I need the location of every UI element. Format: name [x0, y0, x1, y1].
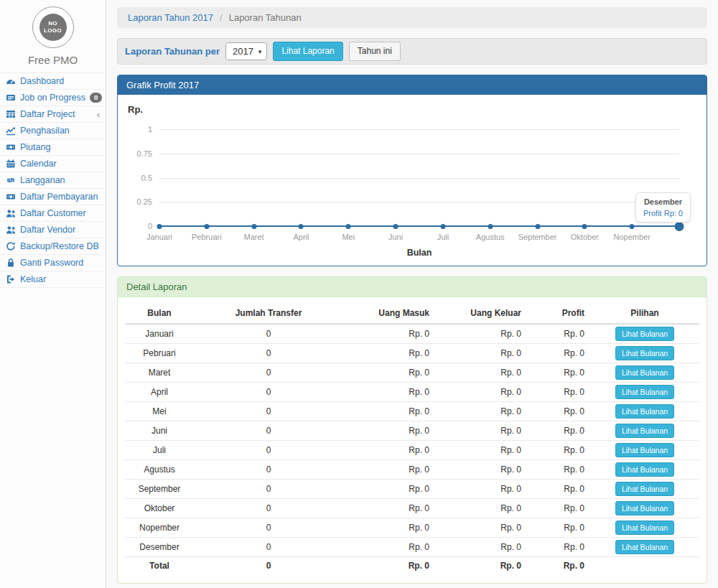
sidebar-item-calendar[interactable]: Calendar [0, 155, 106, 172]
report-cell: Rp. 0 [527, 363, 590, 383]
sidebar-item-penghasilan[interactable]: Penghasilan [0, 122, 106, 139]
view-report-button[interactable]: Lihat Laporan [273, 42, 342, 60]
sidebar-item-label: Daftar Customer [20, 208, 86, 218]
data-point[interactable] [251, 224, 256, 229]
y-tick-label: 1 [118, 125, 152, 134]
calendar-icon [6, 159, 16, 169]
report-cell: Rp. 0 [435, 499, 527, 518]
sidebar: NO LOGO Free PMO DashboardJob on Progres… [0, 0, 106, 588]
report-cell: 0 [194, 480, 343, 499]
sidebar-item-label: Job on Progress [20, 93, 85, 103]
total-cell: Rp. 0 [527, 557, 590, 574]
report-cell: Pebruari [125, 344, 194, 363]
report-cell: Rp. 0 [527, 441, 590, 460]
sidebar-item-daftar-customer[interactable]: Daftar Customer [0, 205, 106, 221]
lihat-bulanan-button[interactable]: Lihat Bulanan [615, 365, 674, 380]
lihat-bulanan-button[interactable]: Lihat Bulanan [615, 424, 674, 438]
report-cell: Rp. 0 [343, 518, 435, 538]
lihat-bulanan-button[interactable]: Lihat Bulanan [615, 404, 674, 419]
retweet-icon [6, 175, 16, 185]
chart-gridline [159, 129, 679, 130]
report-row: Januari0Rp. 0Rp. 0Rp. 0Lihat Bulanan [125, 324, 699, 344]
sidebar-item-backup-restore-db[interactable]: Backup/Restore DB [0, 238, 106, 254]
sidebar-item-langganan[interactable]: Langganan [0, 172, 106, 188]
x-axis-title: Bulan [159, 248, 679, 258]
report-cell: Rp. 0 [343, 324, 435, 344]
current-year-button[interactable]: Tahun ini [349, 42, 401, 60]
lihat-bulanan-button[interactable]: Lihat Bulanan [615, 501, 674, 515]
x-tick-label: April [293, 233, 309, 241]
x-tick-label: Januari [146, 233, 172, 241]
data-point[interactable] [299, 224, 304, 229]
report-cell: Rp. 0 [527, 421, 590, 441]
lihat-bulanan-button[interactable]: Lihat Bulanan [615, 462, 674, 477]
lihat-bulanan-button[interactable]: Lihat Bulanan [615, 521, 674, 535]
report-cell: Rp. 0 [435, 538, 527, 557]
report-cell: 0 [194, 383, 343, 402]
chart-gridline [159, 202, 679, 202]
tooltip-value: Profit Rp: 0 [643, 209, 683, 218]
report-panel-title: Detail Laporan [118, 277, 707, 297]
lihat-bulanan-button[interactable]: Lihat Bulanan [615, 346, 674, 360]
report-cell: Rp. 0 [343, 499, 435, 518]
report-row: Juli0Rp. 0Rp. 0Rp. 0Lihat Bulanan [125, 441, 699, 460]
report-row: Agustus0Rp. 0Rp. 0Rp. 0Lihat Bulanan [125, 460, 699, 480]
data-point-highlighted[interactable] [675, 222, 684, 231]
report-cell: Rp. 0 [527, 499, 590, 518]
sidebar-item-daftar-vendor[interactable]: Daftar Vendor [0, 221, 106, 238]
lihat-bulanan-button[interactable]: Lihat Bulanan [615, 327, 674, 341]
data-point[interactable] [582, 224, 587, 229]
sidebar-item-job-on-progress[interactable]: Job on Progress0 [0, 89, 106, 106]
data-point[interactable] [204, 224, 209, 229]
lihat-bulanan-button[interactable]: Lihat Bulanan [615, 540, 674, 554]
x-tick-label: Mei [342, 233, 355, 241]
sidebar-item-label: Langganan [20, 175, 65, 185]
lihat-bulanan-button[interactable]: Lihat Bulanan [615, 443, 674, 457]
report-table-wrap: BulanJumlah TransferUang MasukUang Kelua… [118, 297, 707, 583]
x-tick-label: Agustus [476, 233, 505, 241]
profit-chart: Rp. JanuariPebruariMaretAprilMeiJuniJuli… [118, 95, 707, 266]
report-cell: Agustus [125, 460, 194, 480]
data-point[interactable] [630, 224, 635, 229]
year-select[interactable]: 2017 ▾ [225, 42, 267, 60]
x-tick-label: Pebruari [192, 233, 222, 241]
total-cell: 0 [194, 557, 343, 574]
report-cell: Maret [125, 363, 194, 383]
breadcrumb-current: Laporan Tahunan [229, 12, 302, 23]
column-header: Pilihan [590, 303, 699, 324]
report-cell: Rp. 0 [527, 460, 590, 480]
no-logo-badge: NO LOGO [39, 14, 67, 41]
data-point[interactable] [157, 224, 162, 229]
breadcrumb-link[interactable]: Laporan Tahun 2017 [128, 12, 213, 23]
data-point[interactable] [393, 224, 398, 229]
report-cell: Juli [125, 441, 194, 460]
app-logo: NO LOGO [0, 0, 106, 48]
sidebar-item-daftar-pembayaran[interactable]: Daftar Pembayaran [0, 188, 106, 205]
sidebar-item-label: Backup/Restore DB [20, 241, 99, 251]
y-tick-label: 0.25 [118, 197, 152, 206]
data-point[interactable] [488, 224, 493, 229]
profit-chart-panel: Grafik Profit 2017 Rp. JanuariPebruariMa… [117, 75, 707, 266]
table-icon [6, 109, 16, 119]
sidebar-item-piutang[interactable]: Piutang [0, 139, 106, 155]
sidebar-item-daftar-project[interactable]: Daftar Project‹ [0, 106, 106, 122]
sidebar-item-keluar[interactable]: Keluar [0, 271, 106, 288]
data-point[interactable] [346, 224, 351, 229]
y-axis-title: Rp. [128, 104, 143, 115]
data-point[interactable] [440, 224, 445, 229]
report-cell: Rp. 0 [435, 402, 527, 421]
lihat-bulanan-button[interactable]: Lihat Bulanan [615, 385, 674, 399]
column-header: Uang Keluar [435, 303, 527, 324]
year-filter-panel: Laporan Tahunan per 2017 ▾ Lihat Laporan… [117, 38, 707, 65]
sidebar-item-ganti-password[interactable]: Ganti Password [0, 254, 106, 271]
sidebar-item-label: Daftar Vendor [20, 225, 75, 235]
report-cell: Rp. 0 [435, 441, 527, 460]
year-select-value: 2017 [233, 46, 253, 57]
sidebar-item-dashboard[interactable]: Dashboard [0, 73, 106, 89]
y-tick-label: 0 [118, 222, 152, 230]
report-cell: Rp. 0 [343, 383, 435, 402]
lihat-bulanan-button[interactable]: Lihat Bulanan [615, 482, 674, 496]
report-row: April0Rp. 0Rp. 0Rp. 0Lihat Bulanan [125, 383, 699, 402]
data-point[interactable] [535, 224, 540, 229]
sidebar-item-label: Calendar [20, 159, 57, 169]
